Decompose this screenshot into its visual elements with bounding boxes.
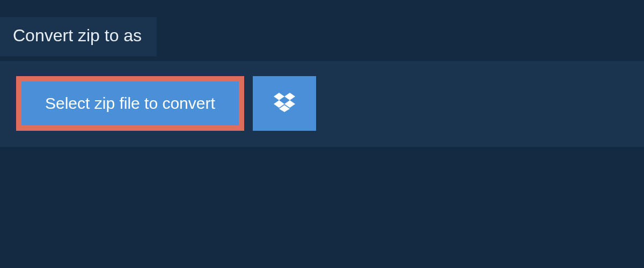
upload-panel: Select zip file to convert [0, 61, 644, 147]
tab-title[interactable]: Convert zip to as [0, 17, 157, 56]
select-file-button-label: Select zip file to convert [45, 94, 215, 113]
dropbox-icon [274, 93, 295, 114]
select-file-button[interactable]: Select zip file to convert [16, 76, 244, 131]
tab-title-label: Convert zip to as [13, 26, 142, 45]
tab-header: Convert zip to as [0, 17, 157, 56]
dropbox-button[interactable] [253, 76, 316, 131]
